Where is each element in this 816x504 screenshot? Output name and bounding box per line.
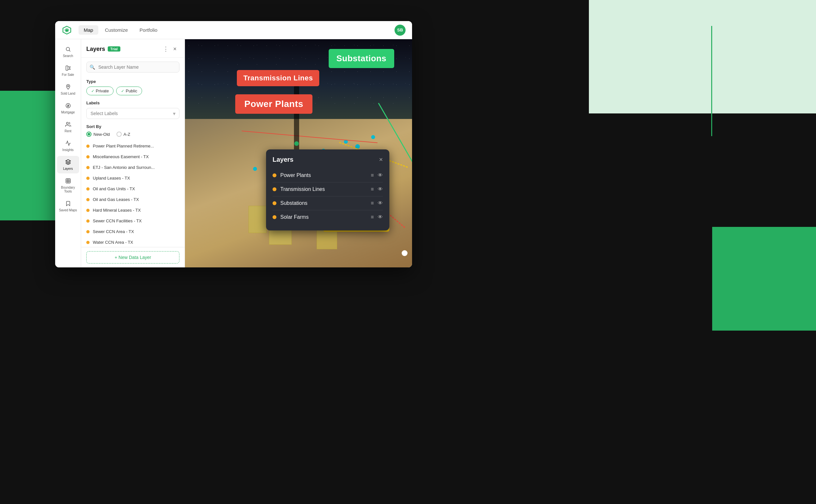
type-label: Type (86, 79, 179, 84)
sidebar-mortgage-label: Mortgage (61, 111, 75, 114)
svg-point-8 (66, 122, 68, 124)
popup-layer-name: Solar Farms (280, 214, 367, 220)
popup-layer-dot (273, 215, 277, 219)
tab-customize[interactable]: Customize (100, 25, 133, 35)
popup-layer-item-transmission[interactable]: Transmission Lines ≡ 👁 (273, 182, 383, 196)
layer-item[interactable]: Upland Leases - TX (81, 173, 184, 183)
layer-item-name: Sewer CCN Facilities - TX (93, 218, 179, 223)
layer-item[interactable]: Water CCN Area - TX (81, 237, 184, 247)
filter-public[interactable]: ✓ Public (116, 87, 142, 95)
eye-icon[interactable]: 👁 (378, 200, 383, 206)
layer-item[interactable]: Miscellaneous Easement - TX (81, 151, 184, 162)
labels-select[interactable]: Select Labels (86, 108, 179, 119)
callout-substations: Substations (329, 49, 394, 68)
layer-item[interactable]: Sewer CCN Area - TX (81, 226, 184, 237)
map-slider-thumb (294, 141, 299, 146)
popup-layer-name: Substations (280, 200, 367, 206)
sidebar-savedmaps-label: Saved Maps (59, 208, 77, 212)
panel-more-button[interactable]: ⋮ (161, 44, 170, 53)
sidebar-item-insights[interactable]: Insights (57, 137, 79, 155)
sort-az-label: A-Z (124, 132, 130, 137)
tab-map[interactable]: Map (78, 25, 98, 35)
map-compass (402, 250, 408, 256)
popup-title: Layers (273, 156, 379, 163)
sidebar-item-boundary-tools[interactable]: Boundary Tools (57, 175, 79, 196)
tag-icon (65, 64, 72, 72)
bg-top-right-accent (589, 0, 816, 113)
callout-power-plants: Power Plants (235, 94, 313, 114)
labels-section: Labels Select Labels ▾ (81, 98, 184, 122)
popup-layer-actions: ≡ 👁 (371, 214, 383, 220)
field-block (249, 206, 267, 233)
list-icon[interactable]: ≡ (371, 186, 374, 192)
pin-icon (65, 83, 72, 90)
layer-item-name: Miscellaneous Easement - TX (93, 154, 179, 159)
panel-close-button[interactable]: × (170, 44, 179, 53)
eye-icon[interactable]: 👁 (378, 172, 383, 178)
tab-portfolio[interactable]: Portfolio (134, 25, 162, 35)
chart-icon (65, 140, 72, 147)
popup-layer-item-power-plants[interactable]: Power Plants ≡ 👁 (273, 169, 383, 182)
popup-layer-name: Power Plants (280, 172, 367, 178)
popup-close-button[interactable]: × (379, 156, 383, 163)
layer-item[interactable]: Oil and Gas Leases - TX (81, 194, 184, 205)
layer-dot (86, 230, 89, 233)
list-icon[interactable]: ≡ (371, 214, 374, 220)
sort-new-old[interactable]: New-Old (86, 132, 110, 137)
layer-item-name: Power Plant Planned Retireme... (93, 144, 179, 148)
list-icon[interactable]: ≡ (371, 172, 374, 178)
layer-item[interactable]: Oil and Gas Units - TX (81, 183, 184, 194)
check-public: ✓ (121, 89, 124, 93)
sidebar-item-search[interactable]: Search (57, 43, 79, 61)
sidebar-forsale-label: For Sale (62, 73, 74, 77)
layer-dot (86, 198, 89, 201)
layer-item[interactable]: Hard Mineral Leases - TX (81, 205, 184, 216)
nav-tabs: Map Customize Portfolio (78, 25, 162, 35)
svg-point-3 (66, 47, 70, 51)
bg-bottom-right-accent (712, 227, 816, 331)
sort-options: New-Old A-Z (86, 132, 179, 137)
list-icon[interactable]: ≡ (371, 200, 374, 206)
svg-point-6 (67, 86, 69, 87)
popup-layer-actions: ≡ 👁 (371, 186, 383, 192)
layer-item[interactable]: Sewer CCN Facilities - TX (81, 216, 184, 226)
sort-label: Sort By (86, 124, 179, 129)
svg-line-4 (69, 50, 70, 51)
layer-item-name: Sewer CCN Area - TX (93, 229, 179, 234)
sidebar-item-saved-maps[interactable]: Saved Maps (57, 197, 79, 215)
popup-layer-item-substations[interactable]: Substations ≡ 👁 (273, 196, 383, 210)
sidebar-item-layers[interactable]: Layers (57, 156, 79, 173)
type-filter-section: Type ✓ Private ✓ Public (81, 76, 184, 98)
person-icon (65, 121, 72, 128)
panel-search-icon: 🔍 (89, 64, 95, 70)
svg-rect-5 (66, 66, 68, 70)
map-area: Transmission Lines Substations Solar Far… (185, 39, 412, 267)
panel-search-input[interactable] (86, 62, 179, 73)
layer-item[interactable]: Power Plant Planned Retireme... (81, 141, 184, 151)
radio-az (116, 132, 122, 137)
dollar-icon (65, 102, 72, 109)
layer-dot (86, 241, 89, 244)
sidebar-item-mortgage[interactable]: Mortgage (57, 100, 79, 117)
popup-layer-item-solar-farms[interactable]: Solar Farms ≡ 👁 (273, 210, 383, 224)
sidebar-item-sold-land[interactable]: Sold Land (57, 81, 79, 98)
popup-layer-dot (273, 187, 277, 191)
labels-label: Labels (86, 100, 179, 105)
filter-private[interactable]: ✓ Private (86, 87, 113, 95)
eye-icon[interactable]: 👁 (378, 214, 383, 220)
sidebar-rent-label: Rent (65, 129, 71, 133)
callout-transmission-lines: Transmission Lines (237, 70, 319, 86)
map-image: Transmission Lines Substations Solar Far… (185, 39, 412, 267)
layer-item[interactable]: ETJ - San Antonio and Surroun... (81, 162, 184, 173)
sidebar-item-for-sale[interactable]: For Sale (57, 62, 79, 79)
user-avatar[interactable]: SB (395, 25, 406, 36)
check-private: ✓ (91, 89, 94, 93)
bg-left-accent (0, 91, 58, 220)
popup-header: Layers × (273, 156, 383, 163)
layers-panel: Layers Trial ⋮ × 🔍 Type ✓ Private (81, 39, 185, 267)
eye-icon[interactable]: 👁 (378, 186, 383, 192)
labels-select-wrapper: Select Labels ▾ (86, 108, 179, 119)
sort-az[interactable]: A-Z (116, 132, 130, 137)
sidebar-item-rent[interactable]: Rent (57, 118, 79, 136)
new-data-layer-button[interactable]: + New Data Layer (86, 251, 179, 264)
